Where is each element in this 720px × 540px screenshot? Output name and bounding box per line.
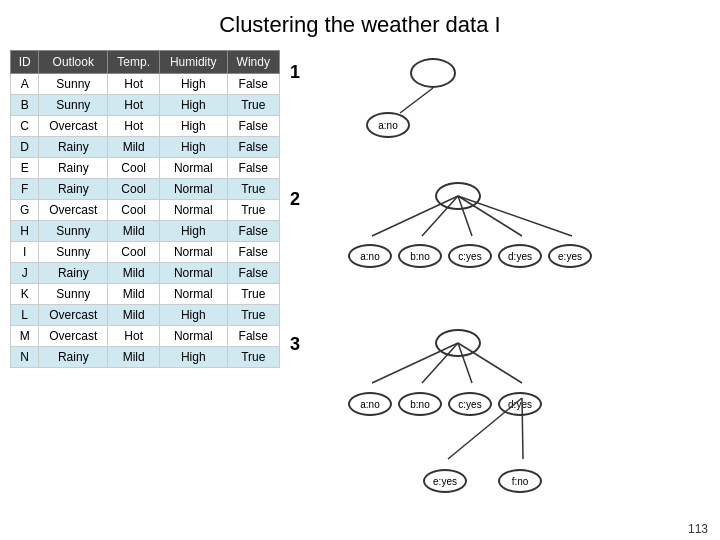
cell-r10-c1: Sunny <box>39 284 108 305</box>
col-header-temp: Temp. <box>108 51 160 74</box>
table-row: ERainyCoolNormalFalse <box>11 158 280 179</box>
cell-r5-c1: Rainy <box>39 179 108 200</box>
cell-r4-c2: Cool <box>108 158 160 179</box>
cell-r2-c3: High <box>160 116 228 137</box>
tree3-bno-node: b:no <box>398 392 442 416</box>
col-header-humidity: Humidity <box>160 51 228 74</box>
cell-r11-c2: Mild <box>108 305 160 326</box>
cell-r1-c4: True <box>227 95 279 116</box>
cell-r3-c3: High <box>160 137 228 158</box>
cell-r7-c4: False <box>227 221 279 242</box>
cell-r8-c3: Normal <box>160 242 228 263</box>
cell-r11-c4: True <box>227 305 279 326</box>
tree3-fno-node: f:no <box>498 469 542 493</box>
cell-r2-c2: Hot <box>108 116 160 137</box>
table-row: KSunnyMildNormalTrue <box>11 284 280 305</box>
cell-r4-c0: E <box>11 158 39 179</box>
cell-r0-c4: False <box>227 74 279 95</box>
cell-r11-c0: L <box>11 305 39 326</box>
col-header-windy: Windy <box>227 51 279 74</box>
cell-r10-c2: Mild <box>108 284 160 305</box>
tree2-eyes-node: e:yes <box>548 244 592 268</box>
cell-r0-c0: A <box>11 74 39 95</box>
table-row: DRainyMildHighFalse <box>11 137 280 158</box>
page-number: 113 <box>688 522 708 536</box>
tree1-ano-label: a:no <box>378 120 397 131</box>
tree3-ano-node: a:no <box>348 392 392 416</box>
cell-r1-c3: High <box>160 95 228 116</box>
cell-r9-c4: False <box>227 263 279 284</box>
cell-r5-c2: Cool <box>108 179 160 200</box>
cell-r0-c2: Hot <box>108 74 160 95</box>
tree2-dyes-label: d:yes <box>508 251 532 262</box>
cell-r0-c3: High <box>160 74 228 95</box>
tree3-label: 3 <box>290 334 300 355</box>
col-header-id: ID <box>11 51 39 74</box>
table-row: LOvercastMildHighTrue <box>11 305 280 326</box>
tree1-ano-node: a:no <box>366 112 410 138</box>
tree3-dyes-label: d:yes <box>508 399 532 410</box>
cell-r8-c1: Sunny <box>39 242 108 263</box>
tree2-cyes-node: c:yes <box>448 244 492 268</box>
table-row: FRainyCoolNormalTrue <box>11 179 280 200</box>
cell-r13-c3: High <box>160 347 228 368</box>
cell-r9-c2: Mild <box>108 263 160 284</box>
tree1-root-node <box>410 58 456 88</box>
cell-r10-c0: K <box>11 284 39 305</box>
cell-r8-c4: False <box>227 242 279 263</box>
cell-r5-c0: F <box>11 179 39 200</box>
table-row: MOvercastHotNormalFalse <box>11 326 280 347</box>
table-row: ASunnyHotHighFalse <box>11 74 280 95</box>
tree3-bno-label: b:no <box>410 399 429 410</box>
tree3-eyes-node: e:yes <box>423 469 467 493</box>
tree3-dyes-node: d:yes <box>498 392 542 416</box>
cell-r8-c0: I <box>11 242 39 263</box>
cell-r7-c3: High <box>160 221 228 242</box>
cell-r12-c4: False <box>227 326 279 347</box>
cell-r3-c0: D <box>11 137 39 158</box>
cell-r6-c4: True <box>227 200 279 221</box>
cell-r6-c1: Overcast <box>39 200 108 221</box>
data-table-section: IDOutlookTemp.HumidityWindy ASunnyHotHig… <box>10 50 280 524</box>
tree2-cyes-label: c:yes <box>458 251 481 262</box>
tree2-bno-node: b:no <box>398 244 442 268</box>
tree3-fno-label: f:no <box>512 476 529 487</box>
cell-r7-c2: Mild <box>108 221 160 242</box>
cell-r2-c0: C <box>11 116 39 137</box>
cell-r13-c0: N <box>11 347 39 368</box>
diagram-section: 1 a:no 2 a:no b:no c:yes d:yes e:yes <box>280 44 710 524</box>
table-row: JRainyMildNormalFalse <box>11 263 280 284</box>
cell-r5-c3: Normal <box>160 179 228 200</box>
cell-r6-c0: G <box>11 200 39 221</box>
cell-r1-c0: B <box>11 95 39 116</box>
weather-table: IDOutlookTemp.HumidityWindy ASunnyHotHig… <box>10 50 280 368</box>
table-row: HSunnyMildHighFalse <box>11 221 280 242</box>
cell-r12-c0: M <box>11 326 39 347</box>
cell-r7-c1: Sunny <box>39 221 108 242</box>
col-header-outlook: Outlook <box>39 51 108 74</box>
page-title: Clustering the weather data I <box>0 0 720 44</box>
cell-r3-c4: False <box>227 137 279 158</box>
cell-r1-c2: Hot <box>108 95 160 116</box>
cell-r2-c4: False <box>227 116 279 137</box>
cell-r9-c1: Rainy <box>39 263 108 284</box>
cell-r9-c0: J <box>11 263 39 284</box>
tree3-ano-label: a:no <box>360 399 379 410</box>
cell-r0-c1: Sunny <box>39 74 108 95</box>
tree3-lines <box>340 326 610 506</box>
cell-r4-c1: Rainy <box>39 158 108 179</box>
cell-r3-c1: Rainy <box>39 137 108 158</box>
cell-r4-c3: Normal <box>160 158 228 179</box>
table-row: NRainyMildHighTrue <box>11 347 280 368</box>
cell-r6-c2: Cool <box>108 200 160 221</box>
cell-r1-c1: Sunny <box>39 95 108 116</box>
tree2-dyes-node: d:yes <box>498 244 542 268</box>
cell-r2-c1: Overcast <box>39 116 108 137</box>
tree2-eyes-label: e:yes <box>558 251 582 262</box>
table-row: BSunnyHotHighTrue <box>11 95 280 116</box>
cell-r13-c2: Mild <box>108 347 160 368</box>
cell-r3-c2: Mild <box>108 137 160 158</box>
table-row: GOvercastCoolNormalTrue <box>11 200 280 221</box>
cell-r12-c2: Hot <box>108 326 160 347</box>
cell-r10-c3: Normal <box>160 284 228 305</box>
